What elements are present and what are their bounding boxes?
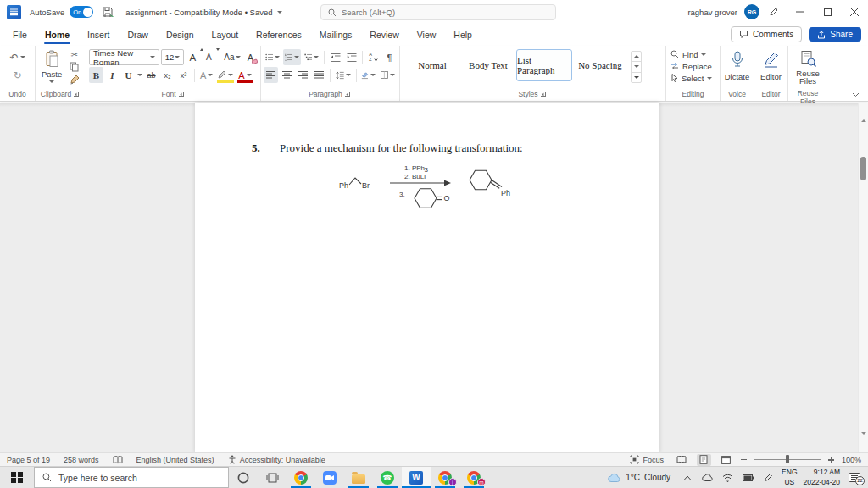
taskbar-file-explorer[interactable] [344, 467, 373, 488]
style-normal[interactable]: Normal [404, 49, 460, 81]
align-center-button[interactable] [280, 67, 294, 83]
read-mode-button[interactable] [675, 454, 689, 466]
decrease-indent-button[interactable] [328, 49, 342, 65]
superscript-button[interactable]: x² [176, 67, 191, 83]
tab-layout[interactable]: Layout [211, 25, 240, 44]
styles-scroll-up[interactable] [632, 52, 641, 62]
task-view-button[interactable] [258, 467, 287, 488]
ink-pen-icon[interactable] [760, 0, 787, 24]
pen-tray-icon[interactable] [761, 473, 776, 482]
shrink-font-button[interactable]: A [202, 49, 216, 65]
format-painter-button[interactable] [67, 74, 81, 86]
accessibility-status[interactable]: Accessibility: Unavailable [228, 455, 326, 464]
close-button[interactable] [841, 0, 868, 24]
copy-button[interactable] [67, 61, 81, 73]
document-title[interactable]: assignment - Compatibility Mode • Saved [125, 8, 281, 17]
style-body-text[interactable]: Body Text [460, 49, 516, 81]
tab-file[interactable]: File [12, 25, 28, 44]
style-no-spacing[interactable]: No Spacing [572, 49, 628, 81]
underline-caret[interactable] [137, 74, 142, 76]
italic-button[interactable]: I [105, 67, 120, 83]
tab-home[interactable]: Home [44, 25, 70, 44]
taskbar-whatsapp[interactable]: ☎ [373, 467, 402, 488]
zoom-slider-thumb[interactable] [786, 455, 789, 463]
collapse-ribbon-chevron[interactable] [852, 92, 860, 97]
shading-button[interactable] [359, 67, 377, 83]
wifi-icon[interactable] [721, 474, 735, 482]
cut-button[interactable]: ✂ [67, 48, 81, 60]
print-layout-button[interactable] [697, 454, 711, 466]
scrollbar-thumb[interactable] [860, 157, 866, 180]
zoom-slider[interactable] [754, 459, 821, 461]
numbering-button[interactable] [283, 49, 301, 65]
justify-button[interactable] [312, 67, 326, 83]
onedrive-icon[interactable] [700, 474, 715, 481]
underline-button[interactable]: U [121, 67, 136, 83]
page-indicator[interactable]: Page 5 of 19 [7, 456, 50, 464]
text-effects-button[interactable]: A [198, 67, 214, 83]
font-name-select[interactable]: Times New Roman [89, 49, 159, 65]
align-left-button[interactable] [264, 67, 278, 83]
clear-formatting-button[interactable]: A [243, 49, 258, 65]
battery-icon[interactable] [741, 474, 755, 481]
comments-button[interactable]: Comments [731, 26, 802, 42]
autosave-toggle[interactable]: On [70, 6, 93, 18]
show-hide-pilcrow-button[interactable]: ¶ [382, 49, 397, 65]
tray-expand-chevron[interactable] [680, 475, 694, 480]
web-layout-button[interactable] [719, 454, 733, 466]
clipboard-dialog-launcher[interactable] [74, 92, 81, 98]
tab-references[interactable]: References [255, 25, 303, 44]
replace-button[interactable]: Replace [669, 60, 717, 72]
undo-button[interactable]: ↶ [8, 49, 26, 65]
start-button[interactable] [0, 467, 34, 488]
word-app-icon[interactable] [7, 5, 21, 19]
taskbar-zoom-app[interactable] [315, 467, 344, 488]
subscript-button[interactable]: x₂ [160, 67, 175, 83]
share-button[interactable]: Share [809, 27, 861, 42]
scroll-down-arrow[interactable] [861, 435, 866, 450]
save-icon[interactable] [102, 6, 114, 18]
proofing-icon[interactable] [113, 456, 123, 464]
font-size-select[interactable]: 12 [161, 49, 184, 65]
cortana-button[interactable] [229, 467, 258, 488]
weather-widget[interactable]: 1°C Cloudy [604, 473, 674, 482]
sort-button[interactable]: AZ [366, 49, 381, 65]
font-color-button[interactable]: A [236, 67, 253, 83]
align-right-button[interactable] [296, 67, 310, 83]
styles-more[interactable] [632, 73, 641, 82]
paste-button[interactable]: Paste [38, 48, 65, 86]
tab-help[interactable]: Help [453, 25, 473, 44]
taskbar-search[interactable]: Type here to search [34, 467, 229, 488]
strikethrough-button[interactable]: ab [144, 67, 159, 83]
bold-button[interactable]: B [89, 67, 103, 83]
focus-button[interactable]: Focus [630, 455, 664, 464]
line-spacing-button[interactable] [334, 67, 353, 83]
tab-draw[interactable]: Draw [126, 25, 149, 44]
language-switcher[interactable]: ENG US [782, 468, 797, 486]
taskbar-word[interactable]: W [402, 467, 431, 488]
styles-scroll-down[interactable] [632, 62, 641, 72]
font-dialog-launcher[interactable] [179, 92, 186, 98]
find-button[interactable]: Find [669, 48, 717, 60]
taskbar-chrome[interactable] [287, 467, 315, 488]
document-page[interactable]: 5. Provide a mechanism for the following… [195, 103, 659, 452]
style-list-paragraph[interactable]: List Paragraph [516, 49, 572, 81]
zoom-level[interactable]: 100% [842, 456, 861, 464]
editor-button[interactable]: Editor [757, 48, 785, 83]
styles-dialog-launcher[interactable] [541, 92, 548, 98]
tab-insert[interactable]: Insert [86, 25, 110, 44]
tab-view[interactable]: View [416, 25, 437, 44]
tab-review[interactable]: Review [369, 25, 399, 44]
search-box[interactable]: Search (Alt+Q) [320, 4, 556, 20]
paragraph-dialog-launcher[interactable] [345, 92, 352, 98]
taskbar-chrome-profile-j[interactable]: j [431, 467, 459, 488]
zoom-in-button[interactable] [828, 457, 834, 463]
change-case-button[interactable]: Aa [224, 49, 242, 65]
language-indicator[interactable]: English (United States) [136, 456, 214, 464]
select-button[interactable]: Select [669, 72, 717, 84]
grow-font-button[interactable]: A [186, 49, 200, 65]
taskbar-chrome-profile-m[interactable]: m [459, 467, 488, 488]
avatar[interactable]: RG [744, 4, 760, 19]
minimize-button[interactable] [787, 0, 814, 24]
clock[interactable]: 9:12 AM 2022-04-20 [804, 468, 840, 486]
